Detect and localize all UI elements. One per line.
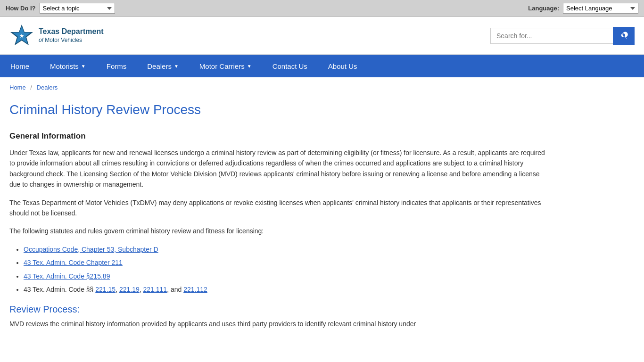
- search-area: [490, 27, 635, 45]
- nav-motor-carriers[interactable]: Motor Carriers ▼: [189, 55, 262, 77]
- statute-link-1[interactable]: Occupations Code, Chapter 53, Subchapter…: [24, 246, 158, 253]
- breadcrumb-separator: /: [30, 84, 32, 91]
- list-item: Occupations Code, Chapter 53, Subchapter…: [24, 244, 622, 255]
- how-do-i-section: How Do I? Select a topic: [6, 3, 115, 14]
- main-content: Criminal History Review Process General …: [0, 94, 632, 356]
- para-3: The following statutes and rules govern …: [9, 226, 552, 236]
- nav-forms[interactable]: Forms: [96, 55, 137, 77]
- motor-carriers-caret-icon: ▼: [247, 64, 252, 69]
- general-info-heading: General Information: [9, 132, 622, 141]
- and-text: , and: [167, 286, 183, 293]
- logo-motor-line: of Motor Vehicles: [39, 37, 104, 44]
- nav-home[interactable]: Home: [0, 55, 40, 77]
- nav-dealers[interactable]: Dealers ▼: [137, 55, 189, 77]
- list-item-inline: 43 Tex. Admin. Code §§ 221.15, 221.19, 2…: [24, 284, 622, 295]
- list-item: 43 Tex. Admin. Code Chapter 211: [24, 257, 622, 268]
- nav-about-us[interactable]: About Us: [318, 55, 368, 77]
- list-item: 43 Tex. Admin. Code §215.89: [24, 271, 622, 281]
- breadcrumb-dealers-link[interactable]: Dealers: [37, 84, 58, 91]
- breadcrumb-home-link[interactable]: Home: [9, 84, 26, 91]
- statute-link-2[interactable]: 43 Tex. Admin. Code Chapter 211: [24, 259, 123, 266]
- para-2: The Texas Department of Motor Vehicles (…: [9, 197, 552, 219]
- statutes-list: Occupations Code, Chapter 53, Subchapter…: [9, 244, 622, 295]
- search-input[interactable]: [490, 28, 613, 44]
- para-1: Under Texas law, applicants for new and …: [9, 148, 552, 190]
- how-do-i-label: How Do I?: [6, 5, 36, 12]
- main-nav: Home Motorists ▼ Forms Dealers ▼ Motor C…: [0, 55, 644, 77]
- top-bar: How Do I? Select a topic Language: Selec…: [0, 0, 644, 17]
- logo-text: Texas Department of Motor Vehicles: [39, 27, 104, 44]
- statute-link-221-111[interactable]: 221.111: [143, 286, 167, 293]
- logo-texas-line: Texas Department: [39, 27, 104, 37]
- select-language-dropdown[interactable]: Select Language: [563, 3, 638, 14]
- svg-text:★: ★: [19, 33, 25, 39]
- comma2: ,: [140, 286, 143, 293]
- nav-motorists[interactable]: Motorists ▼: [40, 55, 96, 77]
- site-header: ★ Texas Department of Motor Vehicles: [0, 17, 644, 55]
- txdmv-logo-icon: ★: [9, 24, 34, 48]
- search-icon: [619, 32, 628, 40]
- language-section: Language: Select Language: [528, 3, 638, 14]
- statute-link-221-112[interactable]: 221.112: [183, 286, 207, 293]
- language-label: Language:: [528, 5, 559, 12]
- para4-prefix: 43 Tex. Admin. Code §§: [24, 286, 95, 293]
- review-para: MVD reviews the criminal history informa…: [9, 319, 552, 329]
- search-button[interactable]: [613, 27, 635, 45]
- page-title: Criminal History Review Process: [9, 102, 622, 117]
- motorists-caret-icon: ▼: [81, 64, 86, 69]
- statute-link-221-19[interactable]: 221.19: [119, 286, 140, 293]
- review-process-heading: Review Process:: [9, 304, 622, 315]
- select-topic-dropdown[interactable]: Select a topic: [40, 3, 115, 14]
- breadcrumb: Home / Dealers: [0, 77, 644, 94]
- nav-contact-us[interactable]: Contact Us: [262, 55, 318, 77]
- dealers-caret-icon: ▼: [174, 64, 179, 69]
- statute-link-3[interactable]: 43 Tex. Admin. Code §215.89: [24, 272, 110, 280]
- logo-area: ★ Texas Department of Motor Vehicles: [9, 24, 104, 48]
- statute-link-221-15[interactable]: 221.15: [95, 286, 116, 293]
- comma1: ,: [116, 286, 119, 293]
